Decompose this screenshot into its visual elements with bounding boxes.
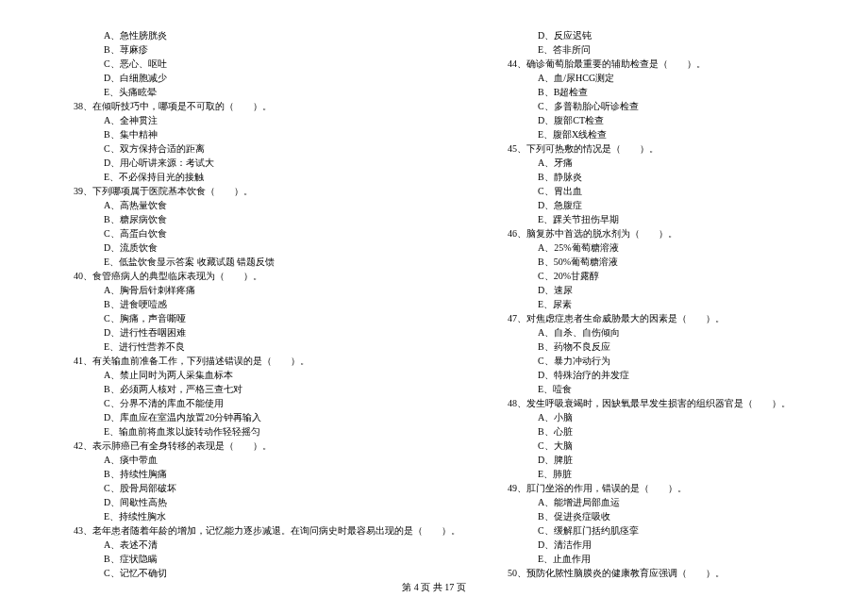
- option-line: C、胸痛，声音嘶哑: [104, 311, 415, 325]
- question-line: 45、下列可热敷的情况是（ ）。: [508, 141, 849, 156]
- option-line: A、牙痛: [538, 156, 849, 170]
- option-line: A、25%葡萄糖溶液: [538, 240, 849, 255]
- question-line: 42、表示肺癌已有全身转移的表现是（ ）。: [74, 439, 415, 453]
- left-column: A、急性膀胱炎B、荨麻疹C、恶心、呕吐D、白细胞减少E、头痛眩晕38、在倾听技巧…: [0, 28, 434, 575]
- option-line: E、进行性营养不良: [104, 340, 415, 354]
- option-line: B、症状隐瞒: [104, 552, 415, 566]
- option-line: D、进行性吞咽困难: [104, 325, 415, 340]
- question-line: 38、在倾听技巧中，哪项是不可取的（ ）。: [74, 99, 415, 113]
- option-line: E、输血前将血浆以旋转动作轻轻摇匀: [104, 424, 415, 439]
- option-line: E、答非所问: [538, 42, 849, 57]
- option-line: E、噎食: [538, 382, 849, 396]
- option-line: A、小脑: [538, 410, 849, 424]
- question-line: 48、发生呼吸衰竭时，因缺氧最早发生损害的组织器官是（ ）。: [508, 396, 849, 410]
- option-line: B、荨麻疹: [104, 42, 415, 57]
- right-column: D、反应迟钝E、答非所问44、确诊葡萄胎最重要的辅助检查是（ ）。A、血/尿HC…: [434, 28, 868, 575]
- option-line: C、股骨局部破坏: [104, 481, 415, 495]
- option-line: C、缓解肛门括约肌痉挛: [538, 523, 849, 538]
- option-line: C、恶心、呕吐: [104, 57, 415, 71]
- option-line: E、头痛眩晕: [104, 85, 415, 99]
- option-line: D、间歇性高热: [104, 495, 415, 509]
- option-line: D、清洁作用: [538, 538, 849, 552]
- option-line: C、记忆不确切: [104, 566, 415, 580]
- option-line: C、大脑: [538, 439, 849, 453]
- option-line: C、高蛋白饮食: [104, 226, 415, 240]
- question-line: 40、食管癌病人的典型临床表现为（ ）。: [74, 269, 415, 283]
- question-line: 39、下列哪项属于医院基本饮食（ ）。: [74, 184, 415, 198]
- question-line: 44、确诊葡萄胎最重要的辅助检查是（ ）。: [508, 57, 849, 71]
- option-line: E、尿素: [538, 297, 849, 311]
- question-line: 46、脑复苏中首选的脱水剂为（ ）。: [508, 226, 849, 240]
- page-footer: 第 4 页 共 17 页: [0, 581, 868, 594]
- question-line: 43、老年患者随着年龄的增加，记忆能力逐步减退。在询问病史时最容易出现的是（ ）…: [74, 523, 415, 538]
- option-line: E、不必保持目光的接触: [104, 170, 415, 184]
- option-line: D、急腹症: [538, 198, 849, 212]
- option-line: D、反应迟钝: [538, 28, 849, 42]
- option-line: B、50%葡萄糖溶液: [538, 255, 849, 269]
- option-line: A、禁止同时为两人采集血标本: [104, 368, 415, 382]
- option-line: A、高热量饮食: [104, 198, 415, 212]
- option-line: E、止血作用: [538, 552, 849, 566]
- question-line: 41、有关输血前准备工作，下列描述错误的是（ ）。: [74, 354, 415, 368]
- option-line: B、心脏: [538, 424, 849, 439]
- option-line: B、促进炎症吸收: [538, 509, 849, 523]
- question-line: 49、肛门坐浴的作用，错误的是（ ）。: [508, 481, 849, 495]
- option-line: B、静脉炎: [538, 170, 849, 184]
- option-line: D、流质饮食: [104, 240, 415, 255]
- option-line: C、多普勒胎心听诊检查: [538, 99, 849, 113]
- question-line: 47、对焦虑症患者生命威胁最大的因素是（ ）。: [508, 311, 849, 325]
- option-line: B、持续性胸痛: [104, 467, 415, 481]
- option-line: E、低盐饮食显示答案 收藏试题 错题反馈: [104, 255, 415, 269]
- option-line: C、分界不清的库血不能使用: [104, 396, 415, 410]
- option-line: D、白细胞减少: [104, 71, 415, 85]
- option-line: B、B超检查: [538, 85, 849, 99]
- option-line: A、胸骨后针刺样疼痛: [104, 283, 415, 297]
- option-line: E、持续性胸水: [104, 509, 415, 523]
- option-line: E、腹部X线检查: [538, 127, 849, 141]
- option-line: D、脾脏: [538, 453, 849, 467]
- option-line: E、肺脏: [538, 467, 849, 481]
- option-line: C、双方保持合适的距离: [104, 141, 415, 156]
- option-line: B、必须两人核对，严格三查七对: [104, 382, 415, 396]
- option-line: A、痰中带血: [104, 453, 415, 467]
- option-line: B、集中精神: [104, 127, 415, 141]
- option-line: B、进食哽噎感: [104, 297, 415, 311]
- option-line: D、特殊治疗的并发症: [538, 368, 849, 382]
- option-line: A、能增进局部血运: [538, 495, 849, 509]
- option-line: A、急性膀胱炎: [104, 28, 415, 42]
- option-line: A、全神贯注: [104, 113, 415, 127]
- option-line: E、踝关节扭伤早期: [538, 212, 849, 226]
- option-line: A、血/尿HCG测定: [538, 71, 849, 85]
- option-line: D、速尿: [538, 283, 849, 297]
- option-line: C、20%甘露醇: [538, 269, 849, 283]
- option-line: D、腹部CT检查: [538, 113, 849, 127]
- option-line: D、库血应在室温内放置20分钟再输入: [104, 410, 415, 424]
- option-line: B、药物不良反应: [538, 340, 849, 354]
- option-line: C、胃出血: [538, 184, 849, 198]
- option-line: B、糖尿病饮食: [104, 212, 415, 226]
- question-line: 50、预防化脓性脑膜炎的健康教育应强调（ ）。: [508, 566, 849, 580]
- option-line: C、暴力冲动行为: [538, 354, 849, 368]
- option-line: D、用心听讲来源：考试大: [104, 156, 415, 170]
- option-line: A、自杀、自伤倾向: [538, 325, 849, 340]
- option-line: A、表述不清: [104, 538, 415, 552]
